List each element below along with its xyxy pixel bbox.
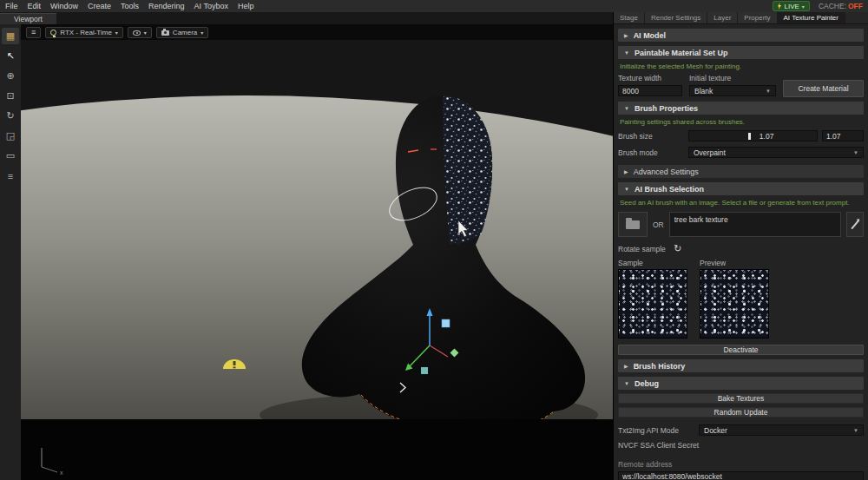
section-ai-brush-selection[interactable]: AI Brush Selection <box>618 182 864 195</box>
section-debug[interactable]: Debug <box>618 377 864 390</box>
prompt-input[interactable]: tree bark texture <box>669 212 841 237</box>
camera-dropdown[interactable]: Camera ▾ <box>156 27 208 38</box>
live-indicator[interactable]: LIVE ▾ <box>773 1 810 11</box>
brush-size-field[interactable]: 1.07 <box>822 130 864 141</box>
chevron-down-icon: ▾ <box>115 30 118 36</box>
menu-ai-toybox[interactable]: AI Toybox <box>194 2 228 10</box>
brush-properties-description: Painting settings shared across brushes. <box>620 118 862 126</box>
tab-stage[interactable]: Stage <box>614 12 645 23</box>
measure-tool-icon[interactable]: ▭ <box>2 148 19 164</box>
chevron-right-icon <box>624 33 628 38</box>
section-advanced-settings[interactable]: Advanced Settings <box>618 165 864 178</box>
viewport-tabbar: Viewport <box>0 12 613 24</box>
chevron-down-icon <box>624 50 629 56</box>
slider-handle[interactable] <box>748 133 751 140</box>
section-brush-history[interactable]: Brush History <box>618 359 864 372</box>
cache-value: OFF <box>848 2 863 10</box>
section-title: Brush History <box>634 362 686 371</box>
camera-label: Camera <box>173 29 197 36</box>
move-tool-icon[interactable]: ⊕ <box>2 68 19 84</box>
focus-tool-icon[interactable]: ⊡ <box>2 88 19 104</box>
viewport-toolbar: ≡ RTX - Real-Time ▾ ▾ Camera <box>26 27 208 38</box>
preview-thumbnail <box>700 269 769 339</box>
texture-width-input[interactable] <box>618 85 682 96</box>
chevron-right-icon <box>624 364 628 369</box>
viewport-tool-column: ▦ ↖ ⊕ ⊡ ↻ ◲ ▭ ≡ <box>0 24 21 480</box>
preview-label: Preview <box>700 259 769 267</box>
viewport-settings-button[interactable]: ≡ <box>26 27 41 38</box>
bake-textures-button[interactable]: Bake Textures <box>618 393 864 404</box>
snap-tool-icon[interactable]: ≡ <box>2 168 19 184</box>
visibility-dropdown[interactable]: ▾ <box>128 27 152 38</box>
rotate-icon: ↻ <box>674 243 681 254</box>
scale-tool-icon[interactable]: ◲ <box>2 128 19 144</box>
create-material-button[interactable]: Create Material <box>783 80 864 97</box>
initial-texture-label: Initial texture <box>689 74 776 82</box>
menu-create[interactable]: Create <box>88 2 111 10</box>
app-window: File Edit Window Create Tools Rendering … <box>0 0 868 480</box>
brush-mode-label: Brush mode <box>618 148 684 157</box>
menu-file[interactable]: File <box>5 2 18 10</box>
axis-x-label: x <box>60 470 63 476</box>
tab-layer[interactable]: Layer <box>707 12 738 23</box>
initial-texture-dropdown[interactable]: Blank <box>689 85 776 96</box>
magic-wand-icon <box>851 220 858 228</box>
tab-property[interactable]: Property <box>738 12 777 23</box>
tab-render-settings[interactable]: Render Settings <box>645 12 707 23</box>
sliders-icon: ≡ <box>31 29 36 36</box>
viewport-tab[interactable]: Viewport <box>0 13 56 24</box>
live-label: LIVE <box>785 3 799 10</box>
rotate-sample-label: Rotate sample <box>618 245 666 253</box>
menu-tools[interactable]: Tools <box>121 2 139 10</box>
menu-edit[interactable]: Edit <box>28 2 42 10</box>
menubar: File Edit Window Create Tools Rendering … <box>0 0 868 12</box>
random-update-button[interactable]: Random Update <box>618 407 864 418</box>
brush-size-label: Brush size <box>618 132 684 141</box>
open-file-button[interactable] <box>618 212 648 237</box>
right-panel: Stage Render Settings Layer Property AI … <box>614 12 868 480</box>
section-title: Paintable Material Set Up <box>635 49 728 57</box>
menu-rendering[interactable]: Rendering <box>148 2 185 10</box>
tab-ai-texture-painter[interactable]: AI Texture Painter <box>778 12 845 23</box>
section-brush-properties[interactable]: Brush Properties <box>618 102 864 115</box>
chevron-down-icon <box>624 187 629 192</box>
chevron-down-icon <box>624 381 629 386</box>
section-paintable-material[interactable]: Paintable Material Set Up <box>618 46 864 59</box>
panel-tabbar: Stage Render Settings Layer Property AI … <box>614 12 868 24</box>
ai-brush-description: Seed an AI brush with an image. Select a… <box>620 199 862 207</box>
rotate-tool-icon[interactable]: ↻ <box>2 108 19 124</box>
api-mode-dropdown[interactable]: Docker <box>699 424 864 436</box>
chevron-down-icon: ▾ <box>802 3 805 10</box>
brush-mode-dropdown[interactable]: Overpaint <box>688 147 864 158</box>
texture-width-label: Texture width <box>618 74 682 82</box>
section-title: Debug <box>635 379 659 388</box>
brush-size-slider[interactable]: 1.07 <box>688 130 818 141</box>
section-title: AI Brush Selection <box>635 185 704 194</box>
generate-button[interactable] <box>846 212 864 237</box>
paintable-description: Initialize the selected Mesh for paintin… <box>620 62 862 70</box>
viewport-canvas[interactable]: ≡ RTX - Real-Time ▾ ▾ Camera <box>21 24 613 480</box>
cache-label: CACHE: <box>819 2 846 10</box>
remote-address-label: Remote address <box>618 460 672 469</box>
select-tool-icon[interactable]: ↖ <box>2 48 19 64</box>
or-label: OR <box>653 220 664 229</box>
remote-address-input[interactable] <box>618 471 864 480</box>
eye-icon <box>133 30 141 36</box>
chevron-down-icon: ▾ <box>201 30 203 36</box>
deactivate-button[interactable]: Deactivate <box>618 345 864 355</box>
toybox-tool-icon[interactable]: ▦ <box>2 28 19 44</box>
section-title: Advanced Settings <box>634 168 699 176</box>
menu-help[interactable]: Help <box>238 2 254 10</box>
cache-indicator[interactable]: CACHE: OFF <box>819 2 863 10</box>
viewport-pane: Viewport ▦ ↖ ⊕ ⊡ ↻ ◲ ▭ ≡ ≡ <box>0 12 614 480</box>
bulb-icon <box>50 30 56 36</box>
nvcf-secret-label: NVCF SSA Client Secret <box>618 441 699 450</box>
renderer-dropdown[interactable]: RTX - Real-Time ▾ <box>45 27 123 38</box>
renderer-label: RTX - Real-Time <box>60 29 112 36</box>
rotate-sample-button[interactable]: ↻ <box>670 242 686 255</box>
section-ai-model[interactable]: AI Model <box>618 29 864 42</box>
menu-window[interactable]: Window <box>50 2 78 10</box>
api-mode-label: Txt2Img API Mode <box>618 426 694 435</box>
chevron-down-icon <box>624 106 629 111</box>
chevron-right-icon <box>624 169 628 174</box>
